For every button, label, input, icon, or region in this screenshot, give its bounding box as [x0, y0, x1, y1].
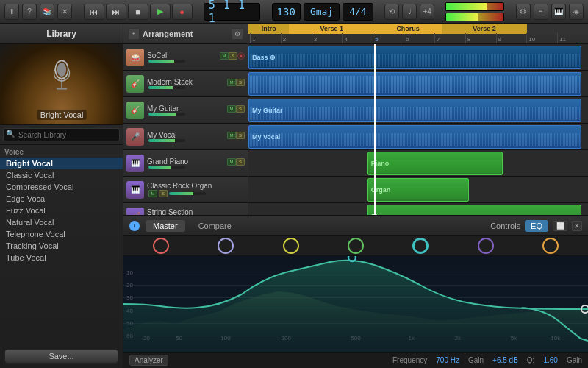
mute-btn-socal[interactable]: M [220, 52, 229, 60]
master-tab[interactable]: Master [146, 220, 185, 232]
lib-item-natural-vocal[interactable]: Natural Vocal [0, 216, 123, 228]
track-lane-classic-rock-organ: Organ [248, 177, 588, 203]
region-modern-stack-1[interactable] [248, 72, 581, 96]
library-toggle[interactable]: 📚 [40, 4, 54, 20]
region-grand-piano-1[interactable]: Piano [368, 152, 503, 175]
eq-band-4-handle[interactable] [348, 238, 364, 254]
track-name-classic-rock-organ: Classic Rock Organ [147, 182, 245, 190]
fader-my-vocal[interactable] [148, 139, 185, 142]
lib-item-fuzz-vocal[interactable]: Fuzz Vocal [0, 205, 123, 216]
play-button[interactable]: ▶ [150, 4, 171, 20]
region-my-guitar-1[interactable]: My Guitar [248, 99, 581, 122]
piano-btn[interactable]: 🎹 [551, 4, 566, 20]
fader-grand-piano[interactable] [148, 166, 185, 169]
ruler-mark-8: 8 [465, 33, 496, 43]
record-button[interactable]: ● [172, 4, 193, 20]
section-verse1: Verse 1 [289, 24, 374, 34]
bpm-display[interactable]: 130 [272, 3, 301, 21]
track-lane-my-guitar: My Guitar [248, 97, 588, 124]
frequency-label: Frequency [392, 356, 427, 364]
search-input[interactable] [3, 128, 120, 141]
settings-btn[interactable]: ⚙ [516, 4, 531, 20]
patch-preview: Bright Vocal [0, 44, 123, 125]
region-socal-1[interactable]: Bass ⊕ [248, 46, 581, 69]
ruler-mark-4: 4 [342, 33, 373, 43]
eq-band-1-handle[interactable] [153, 238, 169, 254]
eq-info-icon: i [129, 221, 140, 231]
category-label: Voice [0, 145, 123, 158]
mute-btn-classic-rock-organ[interactable]: M [148, 190, 157, 197]
eq-band-3-handle[interactable] [283, 238, 299, 254]
time-sig-display[interactable]: 4/4 [343, 3, 373, 21]
analyzer-button[interactable]: Analyzer [129, 355, 168, 366]
metronome-btn[interactable]: ♩ [402, 4, 417, 20]
track-lane-socal: Bass ⊕ [248, 44, 588, 71]
eq-band-6-handle[interactable] [478, 238, 494, 254]
eq-tab-active[interactable]: EQ [525, 220, 548, 232]
cycle-btn[interactable]: ⟲ [384, 4, 399, 20]
time-sig-value: 4/4 [349, 6, 366, 17]
fader-socal[interactable] [148, 60, 185, 63]
fader-classic-rock-organ[interactable] [169, 192, 206, 195]
lib-item-telephone-vocal[interactable]: Telephone Vocal [0, 228, 123, 240]
tracks-container: 🥁 SoCal M S ● [123, 44, 588, 215]
level-meter-l [445, 2, 504, 11]
toolbar-btn-4[interactable]: ✕ [57, 4, 72, 20]
mute-btn-modern-stack[interactable]: M [227, 79, 236, 86]
region-organ-1[interactable]: Organ [368, 178, 470, 202]
eq-close-btn[interactable]: ✕ [572, 221, 582, 231]
ruler-mark-3: 3 [312, 33, 343, 43]
lib-item-classic-vocal[interactable]: Classic Vocal [0, 169, 123, 181]
smart-controls-btn[interactable]: ◈ [569, 4, 584, 20]
track-name-socal: SoCal [147, 52, 220, 60]
gain-label: Gain [468, 356, 484, 364]
fader-my-guitar[interactable] [148, 113, 185, 116]
lib-item-compressed-vocal[interactable]: Compressed Vocal [0, 181, 123, 193]
tracks-header: + Arrangement ⚙ Intro Verse 1 Chorus Ver… [123, 24, 588, 44]
fader-modern-stack[interactable] [148, 86, 185, 89]
stop-button[interactable]: ■ [128, 4, 148, 20]
solo-btn-my-vocal[interactable]: S [236, 132, 245, 139]
save-button[interactable]: Save... [4, 349, 118, 364]
mute-btn-my-guitar[interactable]: M [227, 105, 236, 113]
track-icon-grand-piano: 🎹 [126, 155, 144, 172]
eq-expand-btn[interactable]: ⬜ [553, 221, 567, 231]
section-verse2: Verse 2 [442, 24, 527, 34]
solo-btn-grand-piano[interactable]: S [236, 158, 245, 166]
lib-item-tracking-vocal[interactable]: Tracking Vocal [0, 240, 123, 252]
track-name-string-section: String Section [147, 208, 245, 215]
track-header-modern-stack: 🎸 Modern Stack M S [123, 71, 248, 97]
arrangement-settings-button[interactable]: ⚙ [232, 28, 243, 40]
ruler-mark-11: 11 [557, 33, 588, 43]
solo-btn-modern-stack[interactable]: S [236, 79, 245, 86]
rec-btn-socal[interactable]: ● [237, 52, 245, 60]
toolbar-btn-2[interactable]: ? [22, 4, 37, 20]
solo-btn-socal[interactable]: S [229, 52, 237, 60]
compare-tab[interactable]: Compare [191, 220, 239, 232]
region-strings-1[interactable]: Strings [368, 205, 581, 215]
svg-point-4 [348, 256, 356, 261]
track-name-my-vocal: My Vocal [147, 131, 227, 139]
count-in-btn[interactable]: +4 [420, 4, 434, 20]
lib-item-bright-vocal[interactable]: Bright Vocal [0, 158, 123, 169]
add-track-button[interactable]: + [128, 28, 140, 40]
key-display[interactable]: Gmaj [304, 3, 340, 21]
lib-item-edge-vocal[interactable]: Edge Vocal [0, 193, 123, 205]
region-my-vocal-1[interactable]: My Vocal [248, 125, 581, 149]
track-header-my-vocal: 🎤 My Vocal M S [123, 124, 248, 150]
fast-forward-button[interactable]: ⏭ [106, 4, 126, 20]
position-display[interactable]: 5 1 1 1 [204, 3, 261, 21]
mixer-btn[interactable]: ≡ [534, 4, 548, 20]
mute-btn-grand-piano[interactable]: M [227, 158, 236, 166]
solo-btn-classic-rock-organ[interactable]: S [159, 190, 168, 197]
eq-band-7-handle[interactable] [542, 238, 559, 254]
toolbar-btn-1[interactable]: ⬆ [4, 4, 19, 20]
eq-band-2-handle[interactable] [218, 238, 234, 254]
transport-controls: ⏮ ⏭ ■ ▶ ● [84, 4, 193, 20]
mute-btn-my-vocal[interactable]: M [227, 132, 236, 139]
eq-band-5-handle[interactable] [412, 238, 429, 254]
rewind-button[interactable]: ⏮ [84, 4, 104, 20]
lib-item-tube-vocal[interactable]: Tube Vocal [0, 252, 123, 263]
track-name-my-guitar: My Guitar [147, 105, 227, 113]
solo-btn-my-guitar[interactable]: S [236, 105, 245, 113]
